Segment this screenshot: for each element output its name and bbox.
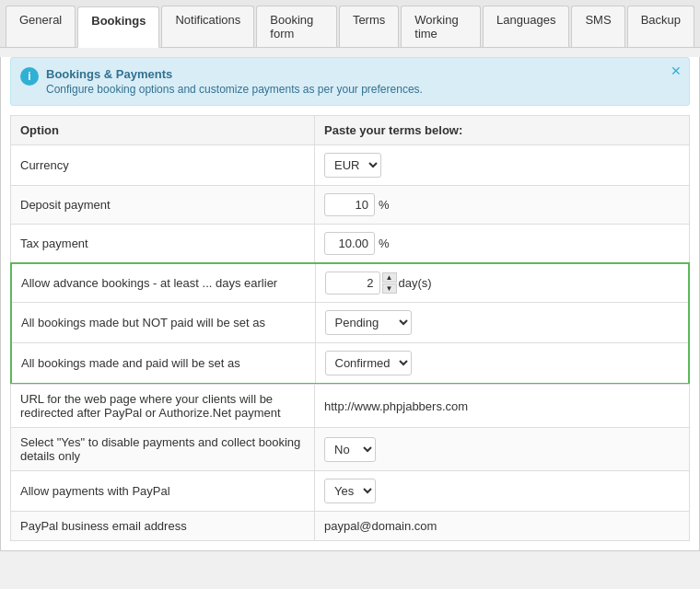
info-icon: i <box>20 67 39 86</box>
deposit-input[interactable] <box>324 193 375 216</box>
table-row: All bookings made but NOT paid will be s… <box>11 303 689 343</box>
row-label: Currency <box>11 145 315 186</box>
table-row: Allow advance bookings - at least ... da… <box>11 263 689 303</box>
row-control: EUR USD GBP <box>315 145 690 186</box>
tab-sms[interactable]: SMS <box>571 6 624 47</box>
table-row: Select "Yes" to disable payments and col… <box>11 428 690 471</box>
settings-table-bottom: URL for the web page where your clients … <box>10 384 690 541</box>
row-control: Confirmed Pending Cancelled <box>315 343 689 385</box>
tab-notifications[interactable]: Notifications <box>161 6 254 47</box>
tax-unit: % <box>379 237 390 250</box>
row-label: PayPal business email address <box>11 512 315 541</box>
row-label: URL for the web page where your clients … <box>11 385 315 428</box>
table-row: Currency EUR USD GBP <box>11 145 690 186</box>
spinner-down-button[interactable]: ▼ <box>382 283 397 294</box>
close-banner-button[interactable]: ✕ <box>671 64 682 78</box>
table-row: Deposit payment % <box>11 186 690 225</box>
col-option-header: Option <box>11 116 315 145</box>
row-label: All bookings made and paid will be set a… <box>11 343 315 385</box>
row-control: % <box>315 186 690 225</box>
tab-bookings[interactable]: Bookings <box>77 6 159 48</box>
row-label: Deposit payment <box>11 186 315 225</box>
row-control: No Yes <box>315 428 690 471</box>
table-row: PayPal business email address paypal@dom… <box>11 512 690 541</box>
advance-days-input[interactable] <box>325 271 380 294</box>
row-label: Select "Yes" to disable payments and col… <box>11 428 315 471</box>
tab-booking-form[interactable]: Booking form <box>256 6 337 47</box>
highlighted-table: Allow advance bookings - at least ... da… <box>10 262 690 385</box>
row-control: Yes No <box>315 471 690 512</box>
row-control: ▲ ▼ day(s) <box>315 263 689 303</box>
spinner-buttons: ▲ ▼ <box>382 272 397 294</box>
row-control: % <box>315 225 690 263</box>
tab-languages[interactable]: Languages <box>483 6 569 47</box>
tab-working-time[interactable]: Working time <box>401 6 481 47</box>
tab-bar: General Bookings Notifications Booking f… <box>0 0 700 48</box>
tab-general[interactable]: General <box>6 6 76 47</box>
info-banner: i Bookings & Payments Configure booking … <box>10 57 690 106</box>
main-content: i Bookings & Payments Configure booking … <box>0 57 700 551</box>
banner-title: Bookings & Payments <box>46 67 423 81</box>
banner-description: Configure booking options and customize … <box>46 83 423 96</box>
row-label: Allow payments with PayPal <box>11 471 315 512</box>
disable-payments-select[interactable]: No Yes <box>324 437 376 462</box>
row-control: Pending Confirmed Cancelled <box>315 303 689 343</box>
url-value: http://www.phpjabbers.com <box>324 399 468 413</box>
not-paid-status-select[interactable]: Pending Confirmed Cancelled <box>325 310 412 335</box>
tab-terms[interactable]: Terms <box>339 6 399 47</box>
row-label: Tax payment <box>11 225 315 263</box>
row-control: paypal@domain.com <box>315 512 690 541</box>
deposit-unit: % <box>379 198 390 212</box>
table-row: URL for the web page where your clients … <box>11 385 690 428</box>
table-row: Tax payment % <box>11 225 690 263</box>
settings-table-container: Option Paste your terms below: Currency … <box>1 115 699 550</box>
tax-input[interactable] <box>324 232 375 255</box>
currency-select[interactable]: EUR USD GBP <box>324 153 381 178</box>
spinner-up-button[interactable]: ▲ <box>382 272 397 283</box>
paid-status-select[interactable]: Confirmed Pending Cancelled <box>325 351 412 375</box>
row-label: Allow advance bookings - at least ... da… <box>11 263 315 303</box>
col-value-header: Paste your terms below: <box>315 116 690 145</box>
row-control: http://www.phpjabbers.com <box>315 385 690 428</box>
paypal-select[interactable]: Yes No <box>324 479 376 503</box>
row-label: All bookings made but NOT paid will be s… <box>11 303 315 343</box>
table-row: All bookings made and paid will be set a… <box>11 343 689 385</box>
tab-backup[interactable]: Backup <box>627 6 694 47</box>
settings-table: Option Paste your terms below: Currency … <box>10 115 690 263</box>
banner-text: Bookings & Payments Configure booking op… <box>46 67 423 96</box>
table-row: Allow payments with PayPal Yes No <box>11 471 690 512</box>
paypal-email-value: paypal@domain.com <box>324 519 437 533</box>
days-unit: day(s) <box>399 276 432 290</box>
